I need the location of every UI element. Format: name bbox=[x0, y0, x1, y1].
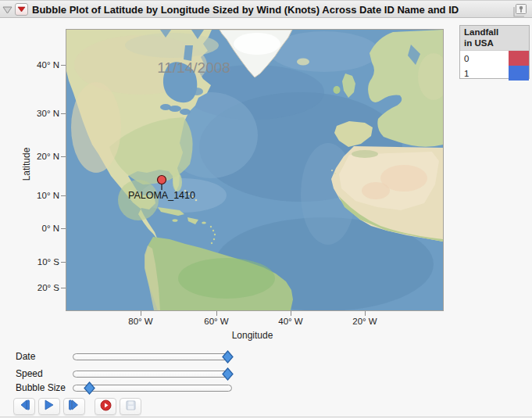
jmp-bubble-plot-window: Bubble Plot of Latitude by Longitude Siz… bbox=[0, 0, 532, 419]
y-axis-tick bbox=[61, 156, 66, 157]
y-axis-tick-label: 0° N bbox=[17, 224, 59, 233]
record-button[interactable] bbox=[95, 398, 116, 415]
legend-item-label: 1 bbox=[460, 69, 508, 78]
x-axis-tick-label: 60° W bbox=[204, 317, 228, 326]
y-axis-tick-label: 30° N bbox=[17, 109, 59, 118]
bubble-label: PALOMA_1410 bbox=[128, 190, 195, 201]
step-forward-icon bbox=[68, 399, 80, 414]
x-axis-tick bbox=[365, 311, 366, 316]
slider-label-bubble-size: Bubble Size bbox=[16, 382, 66, 393]
slider-label-speed: Speed bbox=[16, 368, 43, 379]
map-plot-frame: 11/14/2008 PALOMA_1410 bbox=[66, 29, 444, 311]
legend-item-swatch[interactable] bbox=[509, 66, 529, 81]
y-axis-tick-label: 10° N bbox=[17, 191, 59, 200]
x-axis-tick bbox=[141, 311, 141, 316]
y-axis-tick bbox=[61, 113, 66, 114]
y-axis-tick-label: 10° S bbox=[17, 257, 59, 267]
x-axis-tick bbox=[291, 311, 291, 316]
slider-track-date[interactable] bbox=[73, 353, 232, 360]
legend-item-label: 0 bbox=[460, 54, 508, 63]
slider-handle-date[interactable] bbox=[222, 350, 234, 363]
date-annotation: 11/14/2008 bbox=[157, 59, 230, 76]
y-axis-tick bbox=[61, 228, 66, 229]
legend-item-swatch[interactable] bbox=[509, 51, 529, 66]
red-triangle-menu-button[interactable] bbox=[15, 3, 28, 16]
red-triangle-icon bbox=[17, 6, 26, 13]
slider-handle-bubble-size[interactable] bbox=[84, 381, 95, 395]
save-button[interactable] bbox=[120, 398, 141, 415]
report-title-bar: Bubble Plot of Latitude by Longitude Siz… bbox=[0, 0, 532, 18]
y-axis-tick-label: 20° S bbox=[17, 283, 59, 292]
legend-item[interactable]: 0 bbox=[460, 51, 529, 66]
report-title: Bubble Plot of Latitude by Longitude Siz… bbox=[32, 1, 459, 19]
play-icon bbox=[43, 399, 55, 414]
y-axis-title: Latitude bbox=[21, 148, 32, 181]
slider-handle-speed[interactable] bbox=[222, 367, 234, 381]
legend-header: Landfall in USA bbox=[460, 26, 529, 51]
x-axis-tick-label: 80° W bbox=[128, 317, 152, 326]
slider-track-bubble-size[interactable] bbox=[73, 385, 232, 392]
y-axis-tick bbox=[61, 288, 66, 288]
x-axis-tick bbox=[216, 311, 217, 316]
legend-item[interactable]: 1 bbox=[460, 66, 529, 81]
step-forward-button[interactable] bbox=[63, 398, 85, 415]
slider-label-date: Date bbox=[16, 351, 35, 362]
save-icon bbox=[125, 399, 137, 414]
pin-report-icon[interactable] bbox=[511, 2, 529, 18]
legend-header-line1: Landfall bbox=[464, 27, 529, 38]
y-axis-tick bbox=[61, 262, 66, 263]
step-back-button[interactable] bbox=[13, 398, 35, 415]
step-back-icon bbox=[18, 399, 30, 414]
play-button[interactable] bbox=[38, 398, 60, 415]
x-axis-tick-label: 20° W bbox=[352, 317, 377, 326]
legend-header-line2: in USA bbox=[464, 38, 529, 48]
y-axis-tick bbox=[61, 195, 66, 196]
legend-landfall-in-usa: Landfall in USA 01 bbox=[459, 25, 530, 79]
y-axis-tick-label: 40° N bbox=[17, 60, 59, 70]
y-axis-tick bbox=[61, 65, 66, 66]
slider-track-speed[interactable] bbox=[73, 371, 232, 378]
map-image[interactable]: 11/14/2008 PALOMA_1410 bbox=[66, 30, 443, 310]
x-axis-tick-label: 40° W bbox=[278, 317, 302, 326]
x-axis-title: Longitude bbox=[232, 330, 273, 341]
disclosure-triangle-icon[interactable] bbox=[2, 6, 12, 14]
record-icon bbox=[100, 399, 112, 414]
